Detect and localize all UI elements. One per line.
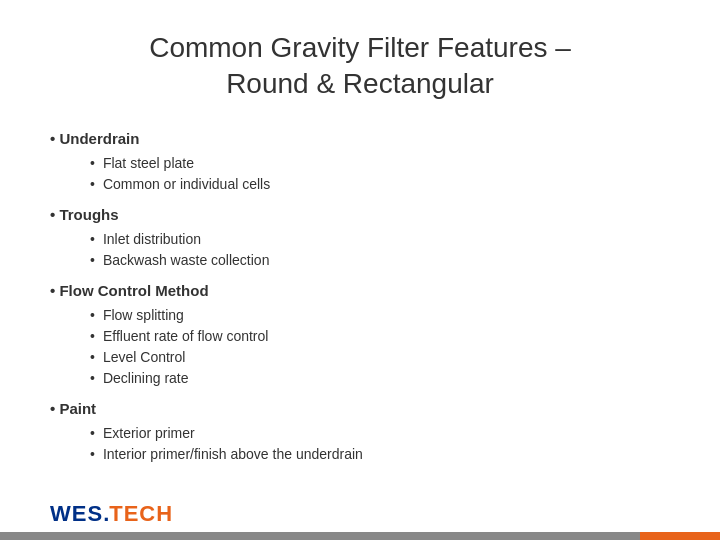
bullet-sub: Exterior primer — [50, 423, 670, 444]
bullet-sub: Effluent rate of flow control — [50, 326, 670, 347]
body-content: • UnderdrainFlat steel plateCommon or in… — [50, 127, 670, 465]
footer-bar — [0, 532, 720, 540]
section-main-paint: • Paint — [50, 397, 670, 421]
bar-orange — [640, 532, 720, 540]
bullet-sub: Declining rate — [50, 368, 670, 389]
title-line2: Round & Rectangular — [50, 66, 670, 102]
title-line1: Common Gravity Filter Features – — [50, 30, 670, 66]
bullet-sub: Backwash waste collection — [50, 250, 670, 271]
bullet-sub: Flat steel plate — [50, 153, 670, 174]
footer: WES . TECH — [0, 488, 720, 540]
bullet-sub: Common or individual cells — [50, 174, 670, 195]
slide: Common Gravity Filter Features – Round &… — [0, 0, 720, 540]
logo: WES . TECH — [50, 501, 173, 527]
bullet-sub: Flow splitting — [50, 305, 670, 326]
content-area: Common Gravity Filter Features – Round &… — [0, 0, 720, 488]
bullet-sub: Level Control — [50, 347, 670, 368]
section-main-troughs: • Troughs — [50, 203, 670, 227]
slide-title: Common Gravity Filter Features – Round &… — [50, 30, 670, 103]
section-main-flow-control: • Flow Control Method — [50, 279, 670, 303]
bullet-sub: Inlet distribution — [50, 229, 670, 250]
bar-gray — [0, 532, 640, 540]
logo-tech: TECH — [109, 501, 173, 527]
section-main-underdrain: • Underdrain — [50, 127, 670, 151]
logo-wes: WES — [50, 501, 103, 527]
bullet-sub: Interior primer/finish above the underdr… — [50, 444, 670, 465]
